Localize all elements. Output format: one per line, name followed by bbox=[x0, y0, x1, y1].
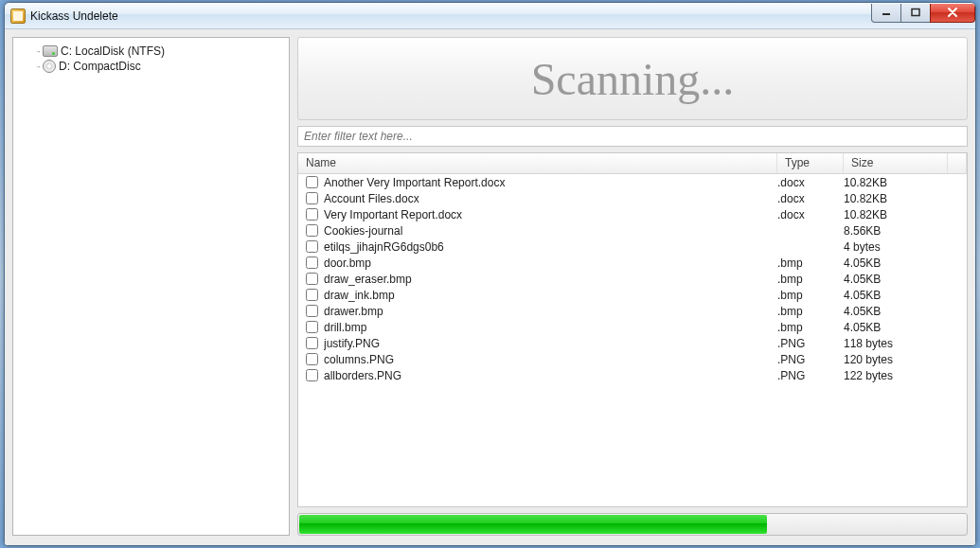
cell-size: 4.05KB bbox=[844, 321, 948, 334]
cd-icon bbox=[43, 60, 56, 73]
row-checkbox[interactable] bbox=[306, 321, 318, 333]
cell-name: Another Very Important Report.docx bbox=[324, 176, 777, 189]
cell-name: columns.PNG bbox=[324, 353, 777, 366]
cell-size: 10.82KB bbox=[844, 208, 948, 221]
maximize-button[interactable] bbox=[900, 4, 931, 23]
cell-type: .PNG bbox=[777, 353, 844, 366]
column-size[interactable]: Size bbox=[844, 153, 948, 173]
table-row[interactable]: Very Important Report.docx.docx10.82KB bbox=[298, 206, 967, 222]
cell-type: .docx bbox=[777, 208, 844, 221]
row-checkbox[interactable] bbox=[306, 240, 318, 253]
cell-name: draw_eraser.bmp bbox=[324, 273, 777, 286]
row-checkbox[interactable] bbox=[306, 369, 318, 381]
cell-name: justify.PNG bbox=[324, 337, 777, 350]
cell-size: 4.05KB bbox=[844, 289, 948, 302]
cell-size: 118 bytes bbox=[844, 337, 948, 350]
close-button[interactable] bbox=[930, 4, 975, 23]
window-title: Kickass Undelete bbox=[30, 9, 118, 23]
row-checkbox[interactable] bbox=[306, 353, 318, 365]
cell-type: .bmp bbox=[777, 256, 844, 270]
table-row[interactable]: Account Files.docx.docx10.82KB bbox=[298, 190, 967, 206]
cell-size: 10.82KB bbox=[844, 192, 948, 205]
drive-item[interactable]: ··C: LocalDisk (NTFS) bbox=[17, 44, 285, 59]
svg-rect-1 bbox=[912, 9, 919, 16]
cell-type: .bmp bbox=[777, 273, 844, 286]
table-row[interactable]: draw_eraser.bmp.bmp4.05KB bbox=[298, 271, 967, 287]
results-list: Name Type Size Another Very Important Re… bbox=[297, 152, 968, 507]
list-header[interactable]: Name Type Size bbox=[298, 153, 967, 174]
scan-progress bbox=[297, 513, 968, 536]
row-checkbox[interactable] bbox=[306, 337, 318, 349]
table-row[interactable]: Cookies-journal8.56KB bbox=[298, 222, 967, 239]
row-checkbox[interactable] bbox=[306, 289, 318, 301]
drive-label: C: LocalDisk (NTFS) bbox=[61, 44, 165, 58]
window-buttons bbox=[872, 4, 975, 23]
column-type[interactable]: Type bbox=[777, 153, 844, 173]
cell-size: 120 bytes bbox=[844, 353, 948, 366]
cell-name: etilqs_jihajnRG6dgs0b6 bbox=[324, 240, 777, 254]
cell-type: .docx bbox=[777, 192, 844, 205]
row-checkbox[interactable] bbox=[306, 208, 318, 221]
client-area: ··C: LocalDisk (NTFS)··D: CompactDisc Sc… bbox=[5, 29, 975, 545]
titlebar[interactable]: Kickass Undelete bbox=[5, 3, 975, 29]
cell-size: 4.05KB bbox=[844, 256, 948, 270]
cell-name: drawer.bmp bbox=[324, 305, 777, 318]
close-icon bbox=[946, 8, 959, 17]
cell-size: 10.82KB bbox=[844, 176, 948, 189]
table-row[interactable]: Another Very Important Report.docx.docx1… bbox=[298, 174, 967, 190]
maximize-icon bbox=[910, 8, 921, 17]
row-checkbox[interactable] bbox=[306, 273, 318, 285]
cell-type: .bmp bbox=[777, 305, 844, 318]
hdd-icon bbox=[43, 45, 58, 57]
cell-type: .bmp bbox=[777, 321, 844, 334]
minimize-button[interactable] bbox=[871, 4, 901, 23]
row-checkbox[interactable] bbox=[306, 305, 318, 317]
cell-size: 4.05KB bbox=[844, 305, 948, 318]
tree-connector: ·· bbox=[30, 46, 40, 57]
cell-type: .PNG bbox=[777, 337, 844, 350]
cell-type: .bmp bbox=[777, 289, 844, 302]
cell-type: .docx bbox=[777, 176, 844, 189]
status-text: Scanning... bbox=[531, 53, 735, 105]
cell-name: Cookies-journal bbox=[324, 224, 777, 238]
row-checkbox[interactable] bbox=[306, 224, 318, 237]
cell-name: door.bmp bbox=[324, 256, 777, 270]
table-row[interactable]: etilqs_jihajnRG6dgs0b64 bytes bbox=[298, 239, 967, 255]
right-pane: Scanning... Name Type Size Another Very … bbox=[297, 37, 968, 536]
cell-name: Very Important Report.docx bbox=[324, 208, 777, 221]
table-row[interactable]: drill.bmp.bmp4.05KB bbox=[298, 319, 967, 335]
list-body[interactable]: Another Very Important Report.docx.docx1… bbox=[298, 174, 967, 506]
table-row[interactable]: allborders.PNG.PNG122 bytes bbox=[298, 367, 967, 383]
drive-label: D: CompactDisc bbox=[59, 60, 141, 73]
table-row[interactable]: justify.PNG.PNG118 bytes bbox=[298, 335, 967, 351]
drive-item[interactable]: ··D: CompactDisc bbox=[17, 59, 285, 74]
cell-name: Account Files.docx bbox=[324, 192, 777, 205]
svg-rect-0 bbox=[882, 13, 890, 15]
main-window: Kickass Undelete ··C: LocalDisk (NTFS)··… bbox=[4, 2, 976, 546]
progress-fill bbox=[299, 515, 767, 534]
table-row[interactable]: draw_ink.bmp.bmp4.05KB bbox=[298, 287, 967, 303]
tree-connector: ·· bbox=[30, 62, 40, 72]
cell-name: allborders.PNG bbox=[324, 369, 777, 382]
row-checkbox[interactable] bbox=[306, 256, 318, 269]
cell-size: 4.05KB bbox=[844, 273, 948, 286]
app-icon bbox=[10, 9, 26, 24]
cell-name: drill.bmp bbox=[324, 321, 777, 334]
cell-size: 122 bytes bbox=[844, 369, 948, 382]
cell-size: 8.56KB bbox=[844, 224, 948, 238]
table-row[interactable]: columns.PNG.PNG120 bytes bbox=[298, 351, 967, 367]
table-row[interactable]: drawer.bmp.bmp4.05KB bbox=[298, 303, 967, 319]
minimize-icon bbox=[881, 8, 892, 17]
cell-type: .PNG bbox=[777, 369, 844, 382]
column-name[interactable]: Name bbox=[298, 153, 777, 173]
row-checkbox[interactable] bbox=[306, 192, 318, 204]
table-row[interactable]: door.bmp.bmp4.05KB bbox=[298, 255, 967, 271]
row-checkbox[interactable] bbox=[306, 176, 318, 188]
drive-tree[interactable]: ··C: LocalDisk (NTFS)··D: CompactDisc bbox=[12, 37, 290, 536]
cell-size: 4 bytes bbox=[844, 240, 948, 254]
column-spacer bbox=[948, 153, 967, 173]
status-banner: Scanning... bbox=[297, 37, 968, 120]
filter-input[interactable] bbox=[297, 126, 968, 147]
cell-name: draw_ink.bmp bbox=[324, 289, 777, 302]
